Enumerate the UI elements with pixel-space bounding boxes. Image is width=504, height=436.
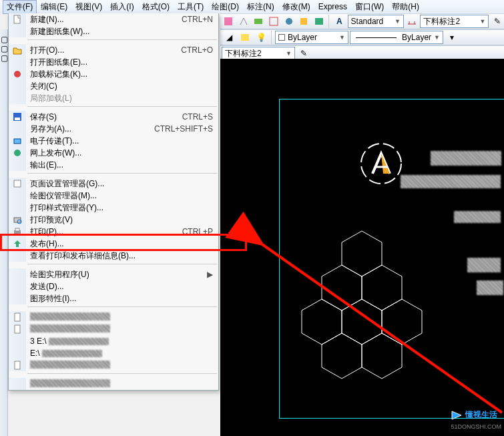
file-menu-item[interactable]: 3 E:\	[9, 335, 218, 347]
file-menu-item[interactable]: 图形特性(I)...	[9, 292, 218, 304]
dock-icon[interactable]: ▢	[1, 44, 7, 51]
file-menu-item[interactable]	[9, 359, 218, 371]
menu-item-label	[26, 324, 213, 335]
svg-marker-24	[322, 265, 362, 310]
file-menu-item[interactable]: 关闭(C)	[9, 80, 218, 92]
menu-item-label: 打印预览(V)	[26, 214, 213, 226]
menu-绘图D[interactable]: 绘图(D)	[208, 0, 243, 14]
file-menu-item[interactable]: 绘图仪管理器(M)...	[9, 190, 218, 202]
file-menu-item[interactable]: 另存为(A)...CTRL+SHIFT+S	[9, 123, 218, 135]
menu-标注N[interactable]: 标注(N)	[243, 0, 278, 14]
combo-dim-style[interactable]: 下料标注2▼	[420, 15, 489, 28]
svg-marker-27	[342, 299, 382, 345]
drawing-hexagons	[315, 231, 429, 378]
blank-icon	[9, 80, 26, 92]
file-menu-item[interactable]: 电子传递(T)...	[9, 135, 218, 147]
file-menu-item[interactable]: 发送(D)...	[9, 280, 218, 292]
markup-icon	[9, 68, 26, 80]
file-menu-item[interactable]: 发布(H)...	[9, 238, 218, 250]
file-menu-item[interactable]	[9, 311, 218, 323]
toolbar-row-1: A Standard▼ 下料标注2▼ ✎	[220, 13, 504, 29]
dock-icon[interactable]: ▢	[1, 35, 7, 41]
file-menu-item[interactable]	[9, 378, 218, 390]
blank-icon	[9, 268, 26, 280]
svg-marker-29	[322, 333, 362, 379]
drawing-logo	[358, 140, 405, 187]
blank-icon	[9, 190, 26, 202]
chevron-down-icon: ▼	[286, 50, 292, 57]
menu-帮助H[interactable]: 帮助(H)	[388, 0, 423, 14]
menu-Expre[interactable]: Express	[314, 1, 351, 13]
file-menu-item[interactable]: 打开(O)...CTRL+O	[9, 44, 218, 56]
file-menu-item[interactable]: 页面设置管理器(G)...	[9, 178, 218, 190]
combo-standard[interactable]: Standard▼	[348, 15, 404, 28]
toolbar-icon[interactable]	[267, 14, 281, 29]
menu-item-label: 保存(S)	[26, 112, 182, 123]
file-menu-item[interactable]: 打印(P)...CTRL+P	[9, 226, 218, 238]
redacted-text	[477, 280, 503, 295]
print-icon	[9, 226, 26, 238]
svg-marker-30	[362, 333, 402, 379]
toolbar-icon[interactable]	[237, 14, 251, 29]
file-menu-item[interactable]: 打印预览(V)	[9, 214, 218, 226]
file-menu-item[interactable]: 新建图纸集(W)...	[9, 25, 218, 37]
blank-icon	[9, 280, 26, 292]
toolbar-icon[interactable]	[282, 14, 296, 29]
menubar: 文件(F)编辑(E)视图(V)插入(I)格式(O)工具(T)绘图(D)标注(N)…	[0, 0, 504, 13]
combo-layer-color[interactable]: ByLayer▼	[275, 31, 348, 44]
lightbulb-icon[interactable]: 💡	[254, 30, 268, 45]
blank-icon	[9, 292, 26, 304]
menu-item-label: 绘图仪管理器(M)...	[26, 190, 213, 202]
menu-item-label: 打开图纸集(E)...	[26, 57, 213, 68]
svg-rect-18	[15, 313, 20, 321]
file-menu-item[interactable]: 加载标记集(K)...	[9, 68, 218, 80]
svg-point-3	[286, 18, 292, 25]
shortcut-label: CTRL+N	[182, 15, 213, 24]
toolbar-icon[interactable]	[297, 14, 311, 29]
dock-icon[interactable]: ▢	[1, 53, 7, 60]
menu-item-label: 新建(N)...	[26, 14, 182, 25]
file-menu-item[interactable]	[9, 323, 218, 335]
menu-编辑E[interactable]: 编辑(E)	[37, 0, 71, 14]
menu-视图V[interactable]: 视图(V)	[71, 0, 106, 14]
shortcut-label: CTRL+S	[182, 112, 213, 122]
menu-item-label: 打印样式管理器(Y)...	[26, 202, 213, 214]
file-menu-item[interactable]: 网上发布(W)...	[9, 147, 218, 159]
file-menu-item[interactable]: 保存(S)CTRL+S	[9, 111, 218, 123]
menu-格式O[interactable]: 格式(O)	[138, 0, 174, 14]
layer-props-icon[interactable]	[238, 30, 252, 45]
file-menu-item[interactable]: 查看打印和发布详细信息(B)...	[9, 250, 218, 262]
file-menu-item[interactable]: E:\	[9, 347, 218, 359]
menu-工具T[interactable]: 工具(T)	[174, 0, 208, 14]
menu-item-label: 发布(H)...	[26, 238, 213, 250]
combo-layer-line[interactable]: ByLayer▼	[350, 31, 443, 44]
toolbar-icon[interactable]: ▾	[445, 30, 459, 45]
file-menu-item[interactable]: 新建(N)...CTRL+N	[9, 13, 218, 25]
toolbar-icon[interactable]: ✎	[490, 14, 504, 29]
webpublish-icon	[9, 147, 26, 159]
toolbar-icon[interactable]	[312, 14, 326, 29]
file-menu-item[interactable]: 绘图实用程序(U)▶	[9, 268, 218, 280]
doc-icon	[9, 323, 26, 335]
menu-文件F[interactable]: 文件(F)	[3, 0, 37, 14]
toolbar-icon[interactable]	[222, 14, 236, 29]
tool-A-icon[interactable]: A	[332, 14, 346, 29]
menu-插入I[interactable]: 插入(I)	[106, 0, 138, 14]
chevron-down-icon: ▼	[434, 34, 440, 41]
layer-icon[interactable]: ◢	[222, 30, 236, 45]
chevron-down-icon: ▼	[395, 18, 401, 25]
menu-修改M[interactable]: 修改(M)	[278, 0, 314, 14]
chevron-down-icon: ▼	[479, 18, 485, 25]
dim-style-icon[interactable]	[405, 14, 419, 29]
combo-dim-2[interactable]: 下料标注2▼	[222, 47, 295, 60]
toolbar-icon[interactable]	[252, 14, 266, 29]
file-menu-item[interactable]: 输出(E)...	[9, 159, 218, 171]
combo-standard-text: Standard	[351, 17, 384, 26]
submenu-arrow-icon: ▶	[203, 270, 213, 279]
menu-item-label: 查看打印和发布详细信息(B)...	[26, 250, 213, 262]
file-menu-item[interactable]: 打印样式管理器(Y)...	[9, 202, 218, 214]
menu-item-label: 图形特性(I)...	[26, 293, 213, 304]
file-menu-item: 局部加载(L)	[9, 92, 218, 104]
file-menu-item[interactable]: 打开图纸集(E)...	[9, 56, 218, 68]
menu-窗口W[interactable]: 窗口(W)	[351, 0, 388, 14]
